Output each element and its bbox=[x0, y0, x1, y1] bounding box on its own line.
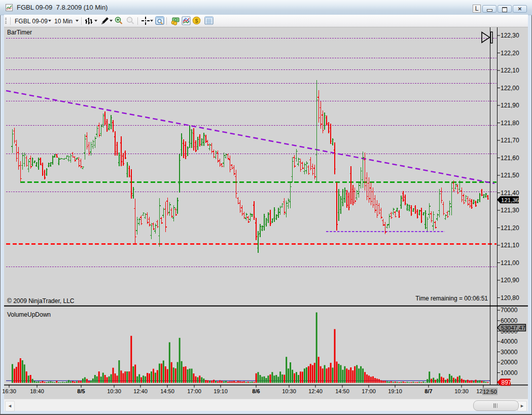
svg-text:8/5: 8/5 bbox=[77, 388, 85, 394]
svg-text:121,10: 121,10 bbox=[501, 242, 519, 249]
svg-text:121,70: 121,70 bbox=[501, 137, 519, 144]
svg-text:12:40: 12:40 bbox=[308, 388, 323, 394]
svg-text:20000: 20000 bbox=[501, 359, 518, 366]
svg-text:10:30: 10:30 bbox=[107, 388, 121, 394]
svg-text:16:30: 16:30 bbox=[2, 388, 16, 394]
svg-text:121,20: 121,20 bbox=[501, 224, 519, 232]
svg-text:18:40: 18:40 bbox=[30, 388, 44, 394]
svg-text:10000: 10000 bbox=[501, 369, 518, 376]
svg-text:121,30: 121,30 bbox=[501, 207, 519, 214]
svg-text:70000: 70000 bbox=[501, 307, 518, 314]
svg-text:17:00: 17:00 bbox=[362, 388, 376, 394]
svg-text:121,40: 121,40 bbox=[501, 190, 519, 197]
svg-text:12:50: 12:50 bbox=[483, 389, 497, 395]
svg-text:121,80: 121,80 bbox=[501, 120, 519, 127]
svg-text:122,20: 122,20 bbox=[501, 50, 519, 57]
svg-text:© 2009 NinjaTrader, LLC: © 2009 NinjaTrader, LLC bbox=[7, 297, 75, 305]
svg-text:121,50: 121,50 bbox=[501, 172, 519, 179]
svg-text:12:40: 12:40 bbox=[133, 388, 148, 394]
svg-text:40000: 40000 bbox=[501, 338, 518, 345]
svg-text:120,90: 120,90 bbox=[501, 277, 519, 284]
svg-text:Time remaining = 00:06:51: Time remaining = 00:06:51 bbox=[415, 295, 488, 302]
svg-text:121,90: 121,90 bbox=[501, 102, 519, 109]
svg-text:17:00: 17:00 bbox=[187, 388, 201, 394]
svg-text:121,36: 121,36 bbox=[501, 197, 519, 203]
svg-text:30000: 30000 bbox=[501, 349, 518, 356]
svg-text:$: $ bbox=[195, 18, 198, 24]
svg-text:121,00: 121,00 bbox=[501, 259, 519, 267]
svg-text:122,00: 122,00 bbox=[501, 85, 519, 92]
svg-text:122,30: 122,30 bbox=[501, 32, 519, 39]
svg-text:53047,47: 53047,47 bbox=[501, 325, 525, 331]
svg-text:8/7: 8/7 bbox=[424, 388, 432, 394]
svg-text:8/6: 8/6 bbox=[252, 388, 260, 394]
svg-text:19:10: 19:10 bbox=[388, 388, 402, 394]
svg-text:BarTimer: BarTimer bbox=[7, 29, 32, 36]
svg-text:60000: 60000 bbox=[501, 317, 518, 324]
svg-text:14:50: 14:50 bbox=[160, 388, 174, 394]
svg-text:10:30: 10:30 bbox=[454, 388, 469, 394]
svg-text:10:30: 10:30 bbox=[282, 388, 296, 394]
svg-text:19:10: 19:10 bbox=[214, 388, 228, 394]
svg-text:121,60: 121,60 bbox=[501, 155, 519, 162]
svg-text:14:50: 14:50 bbox=[335, 388, 349, 394]
svg-text:122,10: 122,10 bbox=[501, 67, 519, 74]
svg-text:897: 897 bbox=[502, 379, 512, 386]
svg-text:120,80: 120,80 bbox=[501, 294, 519, 301]
svg-text:VolumeUpDown: VolumeUpDown bbox=[7, 311, 51, 318]
